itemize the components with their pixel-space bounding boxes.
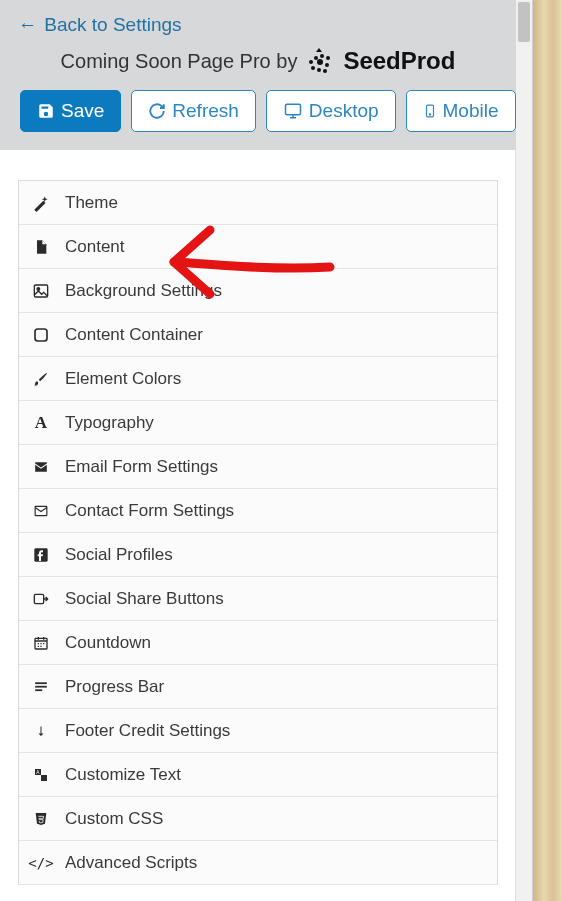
settings-panel: ← Back to Settings Coming Soon Page Pro … [0, 0, 516, 901]
arrow-left-icon: ← [18, 14, 37, 35]
brand-name: SeedProd [343, 47, 455, 75]
menu-item-theme[interactable]: Theme [19, 181, 497, 225]
settings-panel-outer: ← Back to Settings Coming Soon Page Pro … [0, 0, 533, 901]
facebook-icon [31, 545, 51, 565]
image-icon [31, 281, 51, 301]
svg-point-6 [325, 63, 329, 67]
mobile-icon [423, 102, 437, 120]
menu-item-email-form[interactable]: Email Form Settings [19, 445, 497, 489]
menu-item-progress[interactable]: Progress Bar [19, 665, 497, 709]
svg-point-3 [326, 56, 330, 60]
menu-label: Footer Credit Settings [65, 721, 230, 741]
svg-point-11 [429, 114, 430, 115]
envelope-outline-icon [31, 501, 51, 521]
desktop-icon [283, 102, 303, 120]
menu-item-social-profiles[interactable]: Social Profiles [19, 533, 497, 577]
preview-background-strip [532, 0, 562, 901]
svg-point-13 [37, 287, 40, 290]
viewport: ← Back to Settings Coming Soon Page Pro … [0, 0, 562, 901]
menu-item-custom-css[interactable]: Custom CSS [19, 797, 497, 841]
desktop-label: Desktop [309, 100, 379, 122]
scrollbar-thumb[interactable] [518, 2, 530, 42]
svg-rect-19 [35, 682, 47, 684]
arrow-down-icon [31, 721, 51, 741]
save-button[interactable]: Save [20, 90, 121, 132]
refresh-button[interactable]: Refresh [131, 90, 256, 132]
menu-label: Background Settings [65, 281, 222, 301]
wand-icon [31, 193, 51, 213]
menu-label: Social Profiles [65, 545, 173, 565]
share-icon [31, 589, 51, 609]
font-icon: A [31, 413, 51, 433]
back-to-settings-link[interactable]: ← Back to Settings [18, 14, 502, 36]
svg-point-5 [317, 59, 323, 65]
menu-label: Contact Form Settings [65, 501, 234, 521]
svg-rect-14 [35, 329, 47, 341]
menu-item-content[interactable]: Content [19, 225, 497, 269]
file-icon [31, 237, 51, 257]
mobile-button[interactable]: Mobile [406, 90, 516, 132]
menu-label: Progress Bar [65, 677, 164, 697]
menu-item-advanced-scripts[interactable]: </> Advanced Scripts [19, 841, 497, 885]
menu-item-typography[interactable]: A Typography [19, 401, 497, 445]
back-link-label: Back to Settings [44, 14, 181, 35]
menu-label: Typography [65, 413, 154, 433]
seedprod-logo-icon [305, 46, 335, 76]
envelope-solid-icon [31, 457, 51, 477]
panel-header: ← Back to Settings Coming Soon Page Pro … [0, 0, 516, 150]
desktop-button[interactable]: Desktop [266, 90, 396, 132]
menu-label: Custom CSS [65, 809, 163, 829]
menu-item-countdown[interactable]: Countdown [19, 621, 497, 665]
menu-item-container[interactable]: Content Container [19, 313, 497, 357]
save-label: Save [61, 100, 104, 122]
menu-label: Countdown [65, 633, 151, 653]
svg-point-4 [311, 66, 315, 70]
menu-item-social-share[interactable]: Social Share Buttons [19, 577, 497, 621]
menu-label: Content Container [65, 325, 203, 345]
menu-item-background[interactable]: Background Settings [19, 269, 497, 313]
toolbar: Save Refresh Desktop [14, 90, 502, 132]
svg-rect-9 [285, 104, 300, 115]
refresh-icon [148, 102, 166, 120]
menu-item-colors[interactable]: Element Colors [19, 357, 497, 401]
svg-point-7 [317, 68, 321, 72]
svg-rect-20 [35, 685, 47, 687]
svg-rect-17 [34, 594, 43, 603]
menu-item-footer-credit[interactable]: Footer Credit Settings [19, 709, 497, 753]
save-icon [37, 102, 55, 120]
calendar-icon [31, 633, 51, 653]
svg-point-8 [323, 69, 327, 73]
css3-icon [31, 809, 51, 829]
vertical-scrollbar[interactable] [515, 0, 532, 901]
svg-point-0 [309, 60, 313, 64]
refresh-label: Refresh [172, 100, 239, 122]
mobile-label: Mobile [443, 100, 499, 122]
tasks-icon [31, 677, 51, 697]
menu-label: Element Colors [65, 369, 181, 389]
brush-icon [31, 369, 51, 389]
menu-label: Content [65, 237, 125, 257]
menu-item-customize-text[interactable]: A Customize Text [19, 753, 497, 797]
brand-prefix: Coming Soon Page Pro by [61, 50, 298, 73]
brand-line: Coming Soon Page Pro by SeedProd [14, 46, 502, 76]
menu-label: Email Form Settings [65, 457, 218, 477]
svg-rect-21 [35, 689, 42, 691]
square-icon [31, 325, 51, 345]
menu-label: Theme [65, 193, 118, 213]
menu-label: Social Share Buttons [65, 589, 224, 609]
menu-label: Customize Text [65, 765, 181, 785]
code-icon: </> [31, 853, 51, 873]
svg-point-1 [314, 56, 318, 60]
menu-item-contact-form[interactable]: Contact Form Settings [19, 489, 497, 533]
settings-accordion: Theme Content Background Settings [18, 180, 498, 885]
translate-icon: A [31, 765, 51, 785]
svg-point-2 [320, 54, 324, 58]
menu-label: Advanced Scripts [65, 853, 197, 873]
